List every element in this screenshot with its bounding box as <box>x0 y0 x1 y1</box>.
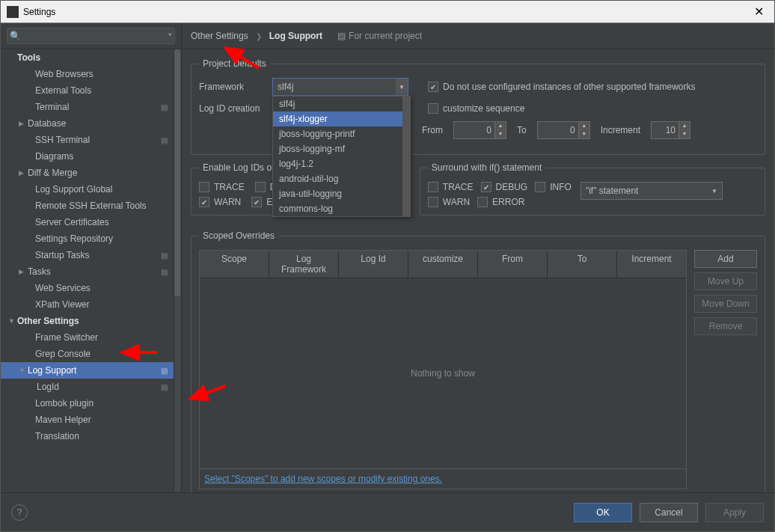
sidebar-item-label: Startup Tasks <box>35 250 89 260</box>
to-spinner[interactable]: ▲▼ <box>537 121 590 139</box>
logid-label: Log ID creation <box>199 103 266 114</box>
sidebar-item[interactable]: ▼Log Support▤ <box>1 362 181 379</box>
sidebar-item[interactable]: Server Certificates <box>1 214 181 230</box>
sidebar-group-tools[interactable]: Tools <box>1 49 181 66</box>
sidebar-item[interactable]: LogId▤ <box>1 379 181 395</box>
spin-down-icon[interactable]: ▼ <box>679 130 690 138</box>
framework-option[interactable]: jboss-logging-printf <box>273 126 410 141</box>
sidebar-item-label: Diff & Merge <box>28 168 77 178</box>
sidebar-item[interactable]: SSH Terminal▤ <box>1 132 181 148</box>
sidebar-item[interactable]: ▶Tasks▤ <box>1 263 181 280</box>
sidebar-item[interactable]: Web Browsers <box>1 66 181 82</box>
framework-option[interactable]: log4j-1.2 <box>273 156 410 171</box>
scoped-table-header: ScopeLog FrameworkLog IdcustomizeFromToI… <box>200 251 686 278</box>
s-warn-checkbox[interactable]: WARN <box>428 197 470 207</box>
column-header[interactable]: Scope <box>200 251 269 278</box>
sidebar-item[interactable]: Web Services <box>1 280 181 296</box>
sidebar-item[interactable]: Lombok plugin <box>1 395 181 412</box>
sidebar-item[interactable]: ▶Diff & Merge <box>1 165 181 181</box>
sidebar-item[interactable]: XPath Viewer <box>1 296 181 313</box>
customize-checkbox[interactable]: customize sequence <box>428 103 524 114</box>
increment-input[interactable] <box>651 121 679 139</box>
sidebar-item-label: Tasks <box>28 266 51 277</box>
expand-arrow-icon: ▼ <box>19 367 28 374</box>
dropdown-arrow-icon[interactable]: ▼ <box>396 79 408 95</box>
sidebar-item[interactable]: Remote SSH External Tools <box>1 198 181 214</box>
sidebar-item[interactable]: External Tools <box>1 82 181 99</box>
sidebar-item-label: Grep Console <box>35 349 91 359</box>
spin-up-icon[interactable]: ▲ <box>679 122 690 130</box>
apply-button[interactable]: Apply <box>705 503 764 522</box>
framework-option[interactable]: android-util-log <box>273 171 410 186</box>
spin-up-icon[interactable]: ▲ <box>495 122 506 130</box>
content-pane: Other Settings ❯ Log Support ▤For curren… <box>182 23 774 492</box>
scopes-link[interactable]: Select "Scopes" to add new scopes or mod… <box>204 474 442 484</box>
sidebar-item[interactable]: Maven Helper <box>1 412 181 428</box>
sidebar-scrollbar[interactable] <box>174 49 181 492</box>
s-info-checkbox[interactable]: INFO <box>535 182 572 192</box>
framework-option[interactable]: commons-log <box>273 201 410 216</box>
framework-option[interactable]: java-util-logging <box>273 186 410 201</box>
sidebar-item[interactable]: Startup Tasks▤ <box>1 247 181 263</box>
checkbox-icon: ✔ <box>428 82 438 92</box>
expand-arrow-icon: ▶ <box>19 120 28 127</box>
s-trace-checkbox[interactable]: TRACE <box>428 182 474 192</box>
sidebar-item[interactable]: ▶Database <box>1 115 181 132</box>
sidebar-item-label: LogId <box>37 382 59 392</box>
sidebar-item[interactable]: Log Support Global <box>1 181 181 198</box>
search-input[interactable] <box>7 28 175 44</box>
close-icon[interactable]: ✕ <box>750 4 768 19</box>
sidebar-item[interactable]: Translation <box>1 428 181 444</box>
framework-option[interactable]: jboss-logging-mf <box>273 141 410 156</box>
spin-up-icon[interactable]: ▲ <box>579 122 589 130</box>
sidebar-item-label: Lombok plugin <box>35 398 94 409</box>
column-header[interactable]: customize <box>408 251 478 278</box>
chevron-down-icon[interactable]: ▾ <box>168 31 172 38</box>
remove-button[interactable]: Remove <box>694 317 757 335</box>
framework-combo[interactable]: slf4j ▼ slf4jslf4j-xloggerjboss-logging-… <box>272 78 408 96</box>
sidebar-item-label: Log Support Global <box>35 184 112 195</box>
ok-button[interactable]: OK <box>574 503 632 522</box>
cancel-button[interactable]: Cancel <box>640 503 698 522</box>
move-up-button[interactable]: Move Up <box>694 272 757 290</box>
column-header[interactable]: Log Id <box>339 251 408 278</box>
breadcrumb-root[interactable]: Other Settings <box>191 31 248 41</box>
sidebar-item[interactable]: Diagrams <box>1 148 181 165</box>
settings-tree: Tools Web BrowsersExternal ToolsTerminal… <box>1 49 181 492</box>
project-defaults-legend: Project Defaults <box>199 58 270 69</box>
column-header[interactable]: Log Framework <box>269 251 339 278</box>
column-header[interactable]: To <box>548 251 617 278</box>
sidebar-group-other[interactable]: ▼Other Settings <box>1 313 181 329</box>
project-defaults-group: Project Defaults Framework slf4j ▼ slf4j… <box>191 58 765 155</box>
s-debug-checkbox[interactable]: ✔DEBUG <box>481 182 528 192</box>
move-down-button[interactable]: Move Down <box>694 295 757 313</box>
sidebar-item[interactable]: Terminal▤ <box>1 99 181 115</box>
column-header[interactable]: From <box>478 251 548 278</box>
no-configured-checkbox[interactable]: ✔ Do not use configured instances of oth… <box>428 82 696 92</box>
sidebar-item[interactable]: Settings Repository <box>1 230 181 247</box>
search-container: 🔍 ▾ <box>1 23 181 49</box>
help-icon[interactable]: ? <box>11 504 28 521</box>
s-error-checkbox[interactable]: ERROR <box>477 197 524 207</box>
column-header[interactable]: Increment <box>617 251 686 278</box>
dropdown-scrollbar[interactable] <box>402 97 410 216</box>
project-icon: ▤ <box>161 383 168 391</box>
increment-spinner[interactable]: ▲▼ <box>651 121 690 139</box>
from-spinner[interactable]: ▲▼ <box>453 121 506 139</box>
from-input[interactable] <box>453 121 495 139</box>
spin-down-icon[interactable]: ▼ <box>579 130 589 138</box>
surround-select[interactable]: "if" statement ▼ <box>581 182 723 200</box>
scrollbar-thumb[interactable] <box>174 49 180 296</box>
spin-down-icon[interactable]: ▼ <box>495 130 506 138</box>
surround-group: Surround with if() statement TRACE ✔DEBU… <box>420 162 765 215</box>
to-input[interactable] <box>537 121 579 139</box>
sidebar-item[interactable]: Grep Console <box>1 346 181 362</box>
breadcrumb: Other Settings ❯ Log Support ▤For curren… <box>182 23 774 49</box>
warn-checkbox[interactable]: ✔WARN <box>199 197 241 207</box>
add-button[interactable]: Add <box>694 250 757 268</box>
project-icon: ▤ <box>161 251 168 260</box>
trace-checkbox[interactable]: TRACE <box>199 182 245 192</box>
sidebar-item[interactable]: Frame Switcher <box>1 329 181 346</box>
framework-option[interactable]: slf4j-xlogger <box>273 111 410 126</box>
framework-option[interactable]: slf4j <box>273 97 410 111</box>
